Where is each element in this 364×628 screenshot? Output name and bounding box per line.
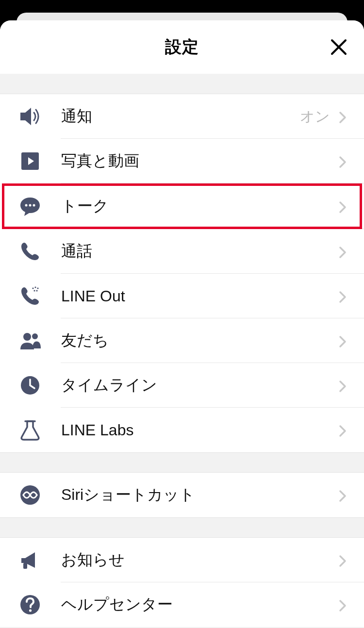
settings-list: お知らせヘルプセンター: [0, 538, 364, 627]
help-icon: [18, 593, 42, 616]
people-icon: [18, 329, 42, 352]
settings-row-label: 通話: [61, 241, 337, 262]
settings-row-value: オン: [300, 107, 330, 127]
flask-icon: [18, 418, 42, 442]
chevron-right-icon: [337, 200, 348, 212]
chevron-right-icon: [337, 335, 348, 347]
speaker-icon: [18, 105, 42, 128]
header: 設定: [0, 20, 364, 74]
clock-icon: [18, 374, 42, 397]
settings-sheet: 設定 通知オン写真と動画トーク通話LINE Out友だちタイムラインLINE L…: [0, 20, 364, 628]
settings-row-line-out[interactable]: LINE Out: [0, 274, 364, 318]
settings-row-notifications[interactable]: 通知オン: [0, 94, 364, 139]
section-gap: [0, 517, 364, 538]
settings-row-label: 友だち: [61, 330, 337, 351]
settings-row-label: お知らせ: [61, 549, 337, 571]
settings-row-label: ヘルプセンター: [61, 594, 337, 615]
chevron-right-icon: [337, 155, 348, 167]
section-gap: [0, 74, 364, 94]
chevron-right-icon: [337, 599, 348, 611]
settings-row-friends[interactable]: 友だち: [0, 318, 364, 363]
phone-out-icon: [18, 284, 42, 308]
siri-icon: [18, 483, 42, 507]
settings-row-label: タイムライン: [61, 375, 337, 396]
chat-bubble-icon: [18, 195, 42, 218]
chevron-right-icon: [337, 246, 348, 257]
settings-row-label: 写真と動画: [61, 150, 337, 172]
phone-icon: [18, 240, 42, 263]
close-icon: [330, 38, 347, 56]
settings-row-siri-shortcuts[interactable]: Siriショートカット: [0, 473, 364, 517]
chevron-right-icon: [337, 380, 348, 391]
settings-row-label: Siriショートカット: [61, 484, 337, 506]
settings-row-timeline[interactable]: タイムライン: [0, 363, 364, 408]
settings-row-talk[interactable]: トーク: [0, 183, 364, 229]
close-button[interactable]: [328, 36, 349, 58]
settings-row-label: LINE Labs: [61, 421, 337, 439]
settings-row-label: 通知: [61, 106, 300, 127]
settings-row-call[interactable]: 通話: [0, 229, 364, 274]
chevron-right-icon: [337, 489, 348, 501]
settings-row-help-center[interactable]: ヘルプセンター: [0, 582, 364, 627]
settings-list: 通知オン写真と動画トーク通話LINE Out友だちタイムラインLINE Labs: [0, 94, 364, 452]
chevron-right-icon: [337, 111, 348, 122]
section-gap: [0, 452, 364, 473]
settings-content: 通知オン写真と動画トーク通話LINE Out友だちタイムラインLINE Labs…: [0, 74, 364, 627]
settings-row-label: LINE Out: [61, 287, 337, 305]
settings-row-photos-videos[interactable]: 写真と動画: [0, 139, 364, 183]
chevron-right-icon: [337, 424, 348, 436]
chevron-right-icon: [337, 290, 348, 302]
settings-row-label: トーク: [61, 196, 337, 217]
chevron-right-icon: [337, 554, 348, 566]
play-square-icon: [18, 149, 42, 173]
settings-row-announcements[interactable]: お知らせ: [0, 538, 364, 582]
megaphone-icon: [18, 548, 42, 572]
page-title: 設定: [165, 36, 199, 58]
settings-list: Siriショートカット: [0, 473, 364, 517]
settings-row-line-labs[interactable]: LINE Labs: [0, 408, 364, 452]
